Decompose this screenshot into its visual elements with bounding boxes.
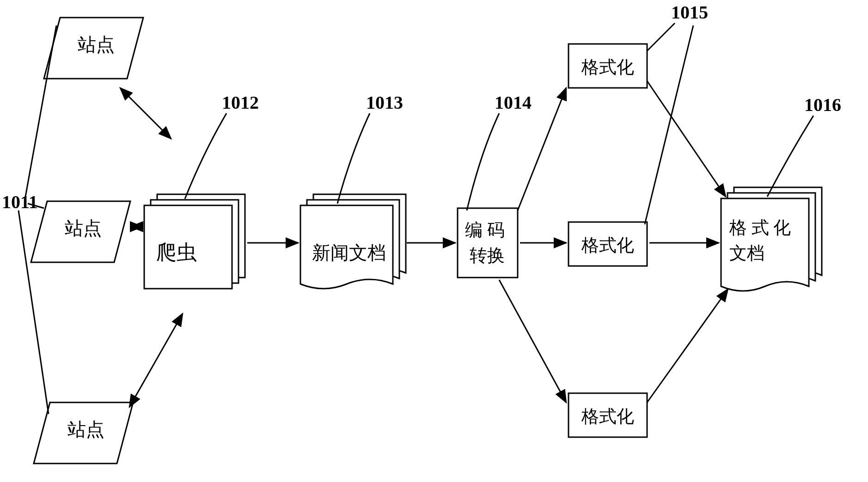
- formatted-docs-node: 格 式 化 文档: [721, 187, 822, 291]
- leader-1015-a: [647, 23, 675, 51]
- encode-convert-label-1: 编 码: [465, 220, 505, 240]
- ref-1012: 1012: [222, 92, 259, 113]
- diagram-canvas: 站点 站点 站点 爬虫 新闻文档 编 码 转换 格式化 格式化: [0, 0, 868, 482]
- crawler-node: 爬虫: [144, 194, 245, 289]
- leader-1016: [767, 116, 813, 197]
- formatted-docs-label-1: 格 式 化: [729, 218, 791, 237]
- arrow-format-bot-docs: [647, 289, 728, 402]
- ref-1015: 1015: [671, 2, 708, 23]
- ref-1014: 1014: [495, 92, 532, 113]
- leader-1011-bot: [18, 210, 49, 414]
- formatted-docs-label-2: 文档: [729, 243, 764, 263]
- format-node-bot: 格式化: [568, 393, 647, 437]
- site-bot-label: 站点: [67, 419, 104, 440]
- svg-rect-8: [458, 208, 518, 278]
- leader-1012: [185, 113, 226, 199]
- format-top-label: 格式化: [581, 57, 634, 77]
- encode-convert-label-2: 转换: [470, 246, 505, 265]
- arrow-format-top-docs: [647, 81, 726, 197]
- leader-1015-b: [645, 25, 693, 224]
- format-bot-label: 格式化: [581, 407, 634, 426]
- ref-1016: 1016: [804, 94, 841, 115]
- site-mid-label: 站点: [65, 218, 102, 239]
- format-node-top: 格式化: [568, 44, 647, 88]
- ref-1011: 1011: [2, 192, 38, 212]
- site-top-label: 站点: [78, 34, 115, 55]
- format-node-mid: 格式化: [568, 222, 647, 266]
- arrow-site-top-crawler: [120, 88, 171, 139]
- ref-1013: 1013: [366, 92, 403, 113]
- leader-1013: [337, 113, 370, 204]
- leader-1014: [467, 113, 499, 210]
- crawler-label: 爬虫: [156, 241, 197, 264]
- leader-1011-top: [25, 25, 56, 197]
- site-node-top: 站点: [44, 18, 143, 79]
- news-docs-label: 新闻文档: [312, 242, 386, 263]
- arrow-site-bot-crawler: [129, 314, 183, 407]
- format-mid-label: 格式化: [581, 235, 634, 255]
- encode-convert-node: 编 码 转换: [458, 208, 518, 278]
- news-docs-node: 新闻文档: [300, 194, 406, 289]
- arrow-encode-format-bot: [499, 280, 566, 402]
- site-node-mid: 站点: [31, 201, 130, 262]
